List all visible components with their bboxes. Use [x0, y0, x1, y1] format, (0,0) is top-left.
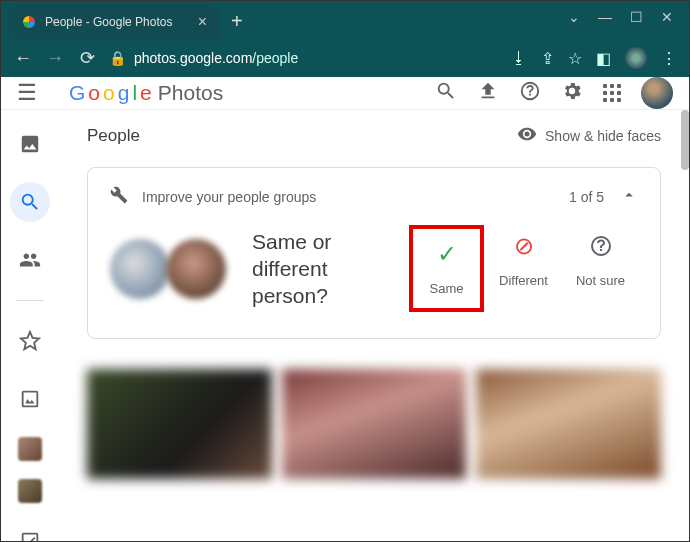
sidebar-nav [1, 110, 59, 542]
collapse-icon[interactable] [620, 186, 638, 207]
face-thumbnail-2 [166, 239, 226, 299]
show-hide-faces-button[interactable]: Show & hide faces [517, 124, 661, 147]
lock-icon: 🔒 [109, 50, 126, 66]
checkmark-icon: ✓ [437, 241, 457, 267]
sidebar-item-sharing[interactable] [10, 240, 50, 280]
profile-avatar[interactable] [625, 47, 647, 69]
scrollbar-thumb[interactable] [681, 110, 689, 170]
google-photos-logo[interactable]: Google Photos [69, 81, 223, 105]
window-controls: ⌄ — ☐ ✕ [552, 1, 689, 33]
chevron-down-icon[interactable]: ⌄ [568, 9, 580, 25]
account-avatar[interactable] [641, 77, 673, 109]
share-icon[interactable]: ⇪ [541, 49, 554, 68]
sidebar-item-favorites[interactable] [10, 321, 50, 361]
minimize-icon[interactable]: — [598, 9, 612, 25]
different-button[interactable]: ⊘ Different [486, 225, 561, 312]
maximize-icon[interactable]: ☐ [630, 9, 643, 25]
sidebar-thumbnail-2[interactable] [18, 479, 42, 503]
person-tile[interactable] [282, 369, 467, 479]
hamburger-menu-icon[interactable]: ☰ [17, 80, 37, 106]
sidebar-item-archive[interactable] [10, 521, 50, 542]
face-thumbnail-1 [110, 239, 170, 299]
kebab-menu-icon[interactable]: ⋮ [661, 49, 677, 68]
card-counter: 1 of 5 [569, 189, 604, 205]
improve-groups-card: Improve your people groups 1 of 5 Same o… [87, 167, 661, 339]
browser-tab[interactable]: People - Google Photos × [9, 5, 219, 39]
sidebar-thumbnail-1[interactable] [18, 437, 42, 461]
forward-button[interactable]: → [45, 48, 65, 69]
eye-icon [517, 124, 537, 147]
sidebar-item-albums[interactable] [10, 379, 50, 419]
people-gallery [87, 369, 661, 479]
card-heading: Improve your people groups [142, 189, 316, 205]
url-input[interactable]: 🔒 photos.google.com/people [109, 50, 499, 66]
not-sure-button[interactable]: Not sure [563, 225, 638, 312]
prohibit-icon: ⊘ [514, 233, 534, 259]
bookmark-star-icon[interactable]: ☆ [568, 49, 582, 68]
prompt-text: Same or different person? [252, 228, 392, 310]
person-tile[interactable] [476, 369, 661, 479]
sidebar-item-photos[interactable] [10, 124, 50, 164]
wrench-icon [110, 186, 128, 207]
install-app-icon[interactable]: ⭳ [511, 49, 527, 67]
help-icon[interactable] [519, 80, 541, 106]
upload-icon[interactable] [477, 80, 499, 106]
reload-button[interactable]: ⟳ [77, 47, 97, 69]
sidebar-item-explore[interactable] [10, 182, 50, 222]
same-button[interactable]: ✓ Same [409, 225, 484, 312]
close-tab-icon[interactable]: × [198, 13, 207, 31]
apps-grid-icon[interactable] [603, 84, 621, 102]
back-button[interactable]: ← [13, 48, 33, 69]
window-titlebar: People - Google Photos × + ⌄ — ☐ ✕ [1, 1, 689, 39]
browser-address-bar: ← → ⟳ 🔒 photos.google.com/people ⭳ ⇪ ☆ ◧… [1, 39, 689, 77]
person-tile[interactable] [87, 369, 272, 479]
settings-gear-icon[interactable] [561, 80, 583, 106]
side-panel-icon[interactable]: ◧ [596, 49, 611, 68]
google-photos-favicon [21, 14, 37, 30]
question-icon [589, 233, 613, 259]
page-title: People [87, 126, 140, 146]
page-content: People Show & hide faces Improve your pe… [59, 110, 689, 542]
app-header: ☰ Google Photos [1, 77, 689, 110]
search-icon[interactable] [435, 80, 457, 106]
tab-title: People - Google Photos [45, 15, 172, 29]
new-tab-button[interactable]: + [231, 10, 243, 33]
close-window-icon[interactable]: ✕ [661, 9, 673, 25]
